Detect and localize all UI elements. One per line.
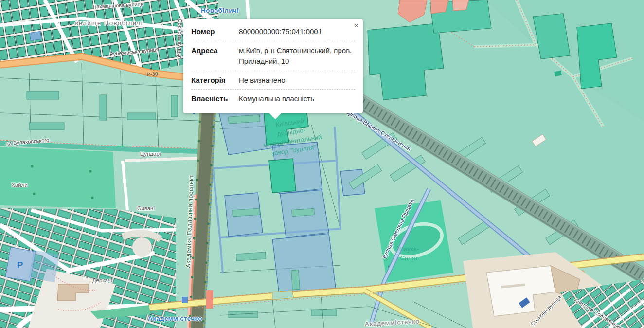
street-rakhmaninova: Рахманінова вулиця	[93, 1, 143, 9]
street-stepanchenka: вулиця Василя Степанченка	[345, 109, 412, 152]
place-syvani: Сивані	[137, 205, 155, 211]
place-tsundari: Цундарі	[140, 151, 161, 157]
feature-info-popup: × Номер8000000000:75:041:0001Адресам.Киї…	[183, 19, 363, 113]
field-value: Не визначено	[239, 75, 355, 86]
street-anatolia: Анатолія Солов'яненка	[573, 297, 625, 328]
place-derkachi: Деркачі	[92, 277, 112, 283]
parking-icon-southwest: P	[17, 260, 23, 271]
station-novobilychi: Новобіличі	[201, 7, 239, 14]
avenue-palladina: Академіка Палладіна проспект	[185, 175, 195, 268]
popup-row: Номер8000000000:75:041:0001	[191, 22, 355, 41]
street-sosnova-upper: Соснова вулиця	[177, 19, 183, 59]
street-rubezhivska: Рубежівська вулиця	[109, 46, 159, 57]
field-value: 8000000000:75:041:0001	[239, 26, 355, 37]
street-sosnova-lower: Соснова вулиця	[530, 294, 562, 327]
field-label: Категорія	[191, 75, 239, 86]
popup-row: КатегоріяНе визначено	[191, 71, 355, 90]
street-pritsaka: вулиця Омеляна Пріцака	[381, 198, 415, 259]
place-khaily: Хайли	[11, 182, 28, 188]
popup-pointer	[268, 112, 282, 119]
popup-close-button[interactable]: ×	[352, 21, 360, 30]
field-value: Комунальна власність	[239, 93, 355, 105]
popup-rows: Номер8000000000:75:041:0001Адресам.Київ,…	[191, 22, 355, 108]
place-akademmistechko: Академмістечко	[364, 318, 420, 328]
field-label: Номер	[191, 26, 239, 37]
field-label: Власність	[191, 93, 239, 105]
field-label: Адреса	[191, 45, 239, 56]
poi-nauka-sport: Наука-Спорт	[399, 245, 419, 263]
street-bulakhovskoho: ка Булаховського	[6, 137, 49, 146]
poi-zavod-vuhillia: Київськийдослідно-експериментальнийзавод…	[260, 114, 323, 159]
popup-row: Адресам.Київ, р-н Святошинський, пров. П…	[191, 41, 355, 71]
popup-row: ВласністьКомунальна власність	[191, 90, 355, 108]
station-akademmistechko: Академмістечко	[148, 315, 202, 322]
place-selysche-novobilychi: селище Новобіличі	[75, 19, 143, 27]
road-ref-p30: Р-30	[146, 71, 158, 77]
field-value: м.Київ, р-н Святошинський, пров. Приладн…	[239, 45, 355, 67]
map-viewport: Рахманінова вулицяселище НовобіличіНовоб…	[0, 0, 644, 328]
